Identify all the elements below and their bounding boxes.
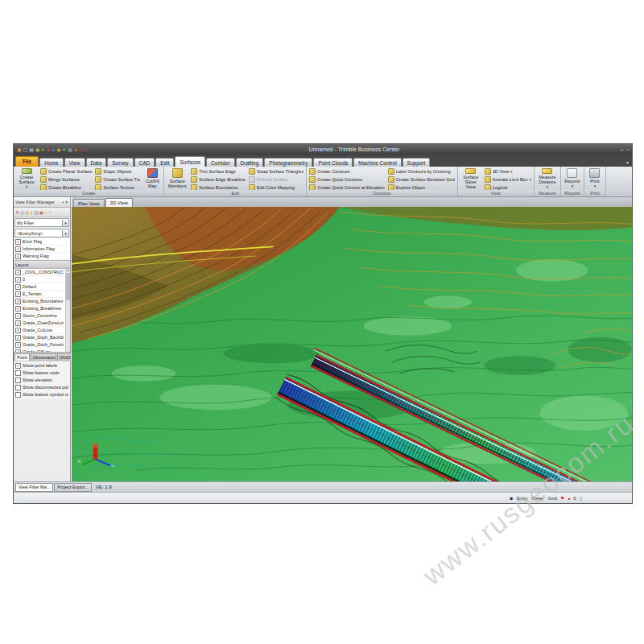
quick-access-icon[interactable]: ◆ bbox=[56, 147, 60, 153]
checkbox[interactable] bbox=[15, 349, 21, 352]
layer-row[interactable]: Grade_Ditch_BackSlope bbox=[14, 334, 65, 341]
checkbox[interactable] bbox=[15, 306, 21, 312]
option-row[interactable]: Show elevation bbox=[14, 377, 70, 384]
panel-tool-icon[interactable]: ◎ bbox=[20, 209, 24, 216]
panel-tool-icon[interactable]: ◔ bbox=[48, 209, 52, 216]
layer-row[interactable]: Existing_Boundaries bbox=[14, 298, 65, 305]
quick-access-icon[interactable]: ✚ bbox=[62, 147, 66, 153]
checkbox[interactable] bbox=[15, 385, 21, 390]
checkbox[interactable] bbox=[15, 328, 21, 333]
ribbon-button[interactable]: 3D View bbox=[485, 168, 531, 175]
panel-tool-icon[interactable]: ◐ bbox=[31, 209, 34, 216]
error-dot-icon[interactable]: ● bbox=[568, 496, 570, 501]
ribbon-button[interactable]: Create Surface Elevation Grid bbox=[388, 176, 455, 183]
panel-tool-icon[interactable]: ◉ bbox=[39, 209, 43, 216]
ribbon-button[interactable]: Merge Surfaces bbox=[40, 176, 92, 183]
checkbox[interactable] bbox=[15, 284, 21, 290]
quick-access-icon[interactable]: ▣ bbox=[17, 147, 22, 153]
view-tab[interactable]: Plan View bbox=[73, 199, 105, 207]
layer-row[interactable]: 0 bbox=[14, 276, 65, 283]
ribbon-button[interactable]: Create Planar Surface bbox=[40, 168, 92, 175]
layer-row[interactable]: Grade_CutLine bbox=[14, 327, 65, 334]
flag-row[interactable]: Warning Flag bbox=[14, 253, 70, 260]
pin-icon[interactable]: ▪ bbox=[62, 200, 64, 204]
ribbon-tab[interactable]: Survey bbox=[107, 158, 133, 167]
surface-members-button[interactable]: Surface Members bbox=[167, 167, 188, 189]
quick-access-icon[interactable]: ◉ bbox=[35, 147, 39, 153]
panel-tool-icon[interactable]: ◍ bbox=[25, 209, 29, 216]
ribbon-button[interactable]: Swap Surface Triangles bbox=[249, 168, 303, 175]
window-control-button[interactable]: – bbox=[621, 147, 624, 152]
close-icon[interactable]: ✕ bbox=[64, 200, 68, 204]
checkbox[interactable] bbox=[15, 320, 21, 326]
status-toggle[interactable]: Meter bbox=[531, 496, 543, 501]
checkbox[interactable] bbox=[15, 363, 21, 369]
ribbon-tab[interactable]: CAD bbox=[134, 158, 155, 167]
flag-row[interactable]: Information Flag bbox=[14, 246, 70, 253]
panel-tab[interactable]: Observations bbox=[31, 353, 56, 361]
chevron-down-icon[interactable]: ▾ bbox=[62, 230, 68, 237]
layer-row[interactable]: Grade_FillLine bbox=[14, 349, 65, 352]
scrollbar-thumb[interactable] bbox=[66, 273, 70, 300]
flag-icon[interactable]: ⚑ bbox=[560, 495, 564, 501]
layer-row[interactable]: Default bbox=[14, 283, 65, 291]
ribbon-button[interactable]: Create Quick Contours bbox=[309, 176, 384, 183]
panel-tab[interactable]: Point bbox=[14, 353, 30, 361]
measure-distance-button[interactable]: Measure Distance ▾ bbox=[537, 167, 558, 189]
panel-bottom-tab[interactable]: View Filter Ma... bbox=[15, 483, 53, 492]
ribbon-tab[interactable]: Photogrammetry bbox=[264, 158, 312, 167]
ribbon-button[interactable]: Label Contours by Crossing bbox=[388, 168, 455, 175]
layer-row[interactable]: _CIVIL_CONSTRUCTION bbox=[14, 269, 65, 276]
checkbox[interactable] bbox=[15, 277, 21, 283]
checkbox[interactable] bbox=[15, 313, 21, 319]
checkbox[interactable] bbox=[15, 246, 21, 252]
ribbon-tab[interactable]: Support bbox=[402, 158, 431, 167]
page-icon[interactable]: ▯ bbox=[580, 495, 582, 501]
ribbon-tab[interactable]: Drafting bbox=[236, 158, 264, 167]
quick-access-icon[interactable]: ■ bbox=[52, 147, 56, 153]
ribbon-button[interactable]: Activate Limit Box bbox=[485, 176, 531, 183]
ribbon-tab[interactable]: View bbox=[64, 158, 85, 167]
status-toggle[interactable]: Snap bbox=[516, 496, 527, 501]
option-row[interactable]: Show disconnected points bbox=[14, 384, 70, 391]
checkbox[interactable] bbox=[15, 291, 21, 297]
layer-row[interactable]: E_Terrain bbox=[14, 291, 65, 298]
option-row[interactable]: Show point labels bbox=[14, 362, 70, 369]
quick-access-icon[interactable]: ◈ bbox=[74, 147, 78, 153]
status-toggle[interactable]: Grid bbox=[548, 496, 557, 501]
reports-button[interactable]: Reports ▾ bbox=[564, 167, 581, 189]
chevron-down-icon[interactable]: ▾ bbox=[62, 220, 68, 226]
quick-access-icon[interactable]: ● bbox=[41, 147, 44, 153]
ribbon-tab[interactable]: Point Clouds bbox=[313, 158, 353, 167]
ribbon-button[interactable]: Create Surface Tie bbox=[95, 176, 140, 183]
quick-access-icon[interactable]: ▤ bbox=[29, 147, 34, 153]
panel-tool-icon[interactable]: ◒ bbox=[44, 209, 47, 216]
option-row[interactable]: Show feature code bbox=[14, 369, 70, 377]
ribbon-tab[interactable]: Surfaces bbox=[175, 156, 205, 167]
checkbox[interactable] bbox=[15, 342, 21, 348]
ribbon-button[interactable]: Drape Objects bbox=[95, 168, 140, 175]
quick-access-icon[interactable]: ▲ bbox=[46, 147, 51, 153]
checkbox[interactable] bbox=[15, 392, 21, 398]
option-row[interactable]: Show feature symbol only bbox=[14, 391, 70, 398]
layer-row[interactable]: Existing_Breaklines bbox=[14, 305, 65, 312]
panel-tool-icon[interactable]: ✕ bbox=[15, 209, 19, 216]
checkbox[interactable] bbox=[15, 335, 21, 341]
file-tab[interactable]: File bbox=[15, 156, 39, 167]
layer-row[interactable]: Grade_Ditch_Foreslope bbox=[14, 341, 65, 349]
layer-list[interactable]: _CIVIL_CONSTRUCTION0DefaultE_TerrainExis… bbox=[14, 269, 70, 352]
scrollbar[interactable]: ▲ bbox=[65, 269, 70, 352]
ribbon-tab[interactable]: Edit bbox=[155, 158, 174, 167]
3d-view-canvas[interactable]: N E bbox=[72, 207, 632, 481]
panel-bottom-tab[interactable]: Project Explor... bbox=[54, 483, 92, 492]
cut-fill-map-button[interactable]: Cut/Fill Map bbox=[143, 167, 161, 189]
scope-combo[interactable]: <Everything> ▾ bbox=[14, 229, 69, 237]
checkbox[interactable] bbox=[15, 378, 21, 383]
checkbox[interactable] bbox=[15, 299, 21, 304]
panel-tool-icon[interactable]: ▥ bbox=[34, 209, 39, 216]
ribbon-button[interactable]: Trim Surface Edge bbox=[191, 168, 246, 175]
ribbon-options-icon[interactable]: ▾ bbox=[626, 159, 630, 167]
quick-access-icon[interactable]: ▦ bbox=[68, 147, 72, 153]
ribbon-button[interactable]: Surface Edge Breakline bbox=[191, 176, 246, 183]
checkbox[interactable] bbox=[15, 239, 21, 245]
